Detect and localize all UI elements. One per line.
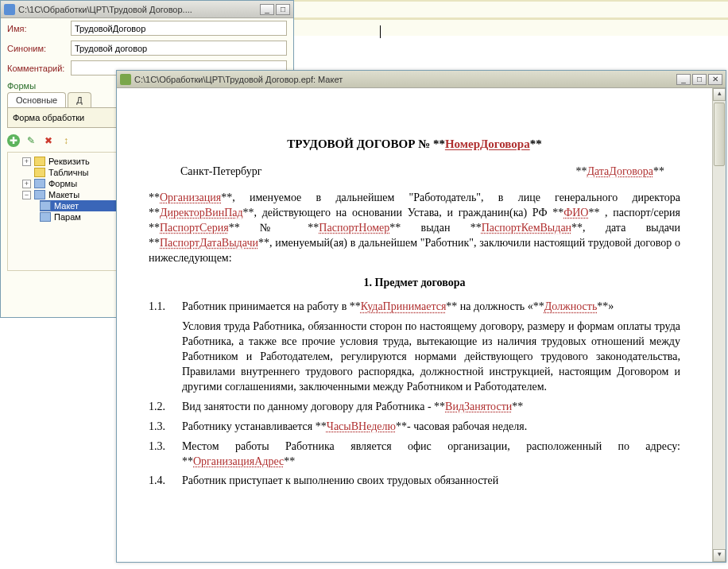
win2-maximize-button[interactable]: □ (692, 74, 707, 85)
edit-button[interactable]: ✎ (25, 134, 37, 147)
tree-label: Макет (54, 201, 79, 211)
panel-text: Форма обработки (13, 113, 84, 122)
t: ** выдан ** (389, 222, 481, 234)
tree-label: Формы (48, 179, 77, 188)
city-label: Санкт-Петербург (180, 165, 261, 180)
win2-title: C:\1С\Обработки\ЦРТ\Трудовой Договор.epf… (134, 75, 343, 84)
t: Работник принимается на работу в ** (182, 300, 361, 312)
t: ** (512, 401, 523, 412)
win1-title: C:\1С\Обработки\ЦРТ\Трудовой Договор.... (18, 5, 192, 14)
template-icon (40, 201, 51, 211)
doc-title: ТРУДОВОЙ ДОГОВОР № **НомерДоговора** (141, 136, 688, 152)
document-window: C:\1С\Обработки\ЦРТ\Трудовой Договор.epf… (116, 70, 726, 563)
hours-template: ЧасыВНеделю (327, 420, 396, 432)
document-content: ТРУДОВОЙ ДОГОВОР № **НомерДоговора** Сан… (141, 136, 688, 489)
t: **» (597, 300, 614, 312)
expand-icon[interactable]: + (22, 180, 31, 188)
text-caret (380, 25, 381, 38)
synonym-input[interactable] (71, 41, 287, 56)
item-num: 1.3. (149, 439, 182, 470)
t: Вид занятости по данному договору для Ра… (182, 401, 445, 412)
section-1-title: 1. Предмет договора (141, 276, 688, 291)
spacer-icon (22, 168, 31, 177)
passport-date-template: ПаспортДатаВыдачи (160, 237, 258, 249)
collapse-icon[interactable]: − (22, 191, 31, 199)
item-num: 1.1. (149, 300, 182, 315)
name-input[interactable] (71, 21, 287, 36)
comment-label: Комментарий: (7, 64, 71, 73)
app-icon (4, 4, 15, 15)
item-1-3b: 1.3. Местом работы Работника является оф… (149, 439, 680, 470)
title-template: НомерДоговора (445, 137, 530, 150)
org-template: Организация (160, 192, 221, 203)
t: ** (149, 192, 160, 203)
passport-issuer-template: ПаспортКемВыдан (482, 222, 571, 234)
t: **- часовая рабочая неделя. (396, 420, 527, 432)
date-field: **ДатаДоговора** (575, 165, 664, 180)
name-row: Имя: (1, 18, 293, 38)
tree-label: Парам (54, 212, 81, 222)
item-text: Работник приступает к выполнению своих т… (182, 474, 680, 489)
tab-main[interactable]: Основные (7, 92, 66, 107)
intro-paragraph: **Организация**, именуемое в дальнейшем … (149, 191, 680, 265)
t: **, действующего на основании Устава, и … (243, 207, 564, 219)
tree-label: Макеты (48, 190, 79, 199)
t: Работнику устанавливается ** (182, 420, 327, 432)
name-label: Имя: (7, 24, 71, 33)
where-template: КудаПринимается (361, 300, 446, 312)
move-button[interactable]: ↕ (60, 134, 72, 147)
item-text: Местом работы Работника является офис ор… (182, 439, 680, 470)
item-text: Работнику устанавливается **ЧасыВНеделю*… (182, 420, 680, 435)
add-button[interactable]: ✚ (7, 134, 20, 147)
document-area[interactable]: ТРУДОВОЙ ДОГОВОР № **НомерДоговора** Сан… (117, 88, 712, 562)
item-text: Работник принимается на работу в **КудаП… (182, 300, 680, 315)
vertical-scrollbar[interactable]: ▴ ▾ (712, 88, 726, 562)
t: ** № ** (229, 222, 319, 234)
item-text: Условия труда Работника, обязанности сто… (182, 319, 680, 394)
item-1-1-para: Условия труда Работника, обязанности сто… (149, 319, 680, 394)
passport-num-template: ПаспортНомер (319, 222, 389, 234)
scroll-down-button[interactable]: ▾ (713, 549, 726, 562)
win1-titlebar[interactable]: C:\1С\Обработки\ЦРТ\Трудовой Договор....… (1, 1, 293, 18)
item-1-3: 1.3. Работнику устанавливается **ЧасыВНе… (149, 420, 680, 435)
item-text: Вид занятости по данному договору для Ра… (182, 400, 680, 415)
item-1-2: 1.2. Вид занятости по данному договору д… (149, 400, 680, 415)
tab-second[interactable]: Д (68, 92, 91, 107)
item-num: 1.4. (149, 474, 182, 489)
win1-maximize-button[interactable]: □ (276, 4, 290, 15)
date-post: ** (653, 165, 664, 177)
tree-label: Реквизить (48, 157, 90, 166)
director-template: ДиректорВинПад (160, 207, 243, 219)
folder-icon (34, 157, 45, 166)
ruler-area (294, 0, 728, 36)
item-num: 1.2. (149, 400, 182, 415)
org-address-template: ОрганизацияАдрес (193, 455, 284, 467)
position-template: Должность (544, 300, 598, 312)
synonym-row: Синоним: (1, 38, 293, 58)
template-icon (40, 212, 51, 222)
win2-minimize-button[interactable]: _ (676, 74, 691, 85)
doc-app-icon (120, 74, 131, 85)
title-pre: ТРУДОВОЙ ДОГОВОР № ** (287, 137, 445, 150)
doc-wrap: ТРУДОВОЙ ДОГОВОР № **НомерДоговора** Сан… (117, 88, 726, 562)
win2-close-button[interactable]: ✕ (708, 74, 722, 85)
folder-icon (34, 179, 45, 188)
item-num-empty (149, 319, 182, 394)
employment-type-template: ВидЗанятости (445, 401, 512, 412)
item-1-1: 1.1. Работник принимается на работу в **… (149, 300, 680, 315)
t: ** на должность «** (446, 300, 544, 312)
scroll-thumb[interactable] (714, 103, 725, 166)
folder-icon (34, 168, 45, 177)
win2-titlebar[interactable]: C:\1С\Обработки\ЦРТ\Трудовой Договор.epf… (117, 71, 726, 88)
item-1-4: 1.4. Работник приступает к выполнению св… (149, 474, 680, 489)
expand-icon[interactable]: + (22, 157, 31, 166)
date-pre: ** (575, 165, 587, 177)
city-date-row: Санкт-Петербург **ДатаДоговора** (180, 165, 664, 180)
delete-button[interactable]: ✖ (42, 134, 55, 147)
synonym-label: Синоним: (7, 44, 71, 53)
scroll-up-button[interactable]: ▴ (713, 88, 726, 101)
win1-minimize-button[interactable]: _ (260, 4, 274, 15)
tree-label: Табличны (48, 168, 88, 177)
folder-icon (34, 190, 45, 199)
date-template: ДатаДоговора (587, 165, 653, 177)
